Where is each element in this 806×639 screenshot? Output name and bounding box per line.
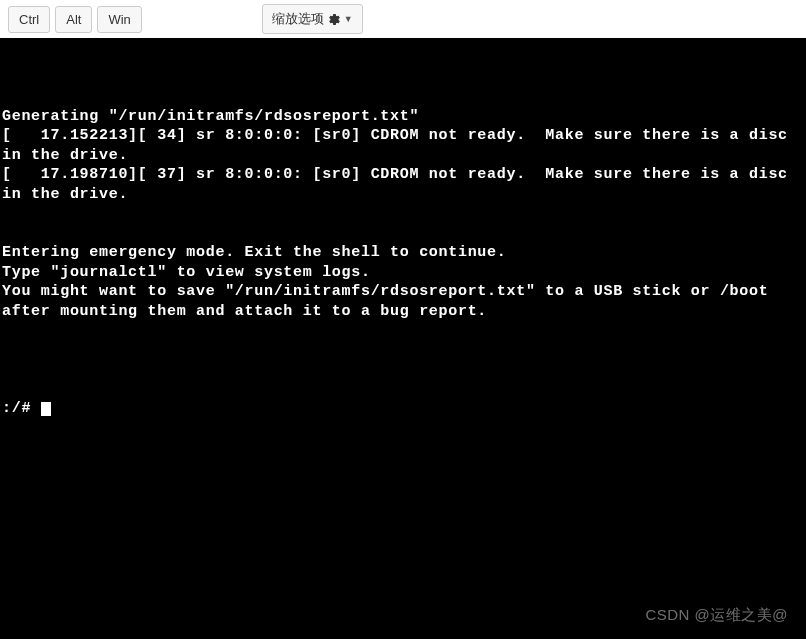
watermark: CSDN @运维之美@	[645, 605, 788, 625]
gear-icon	[328, 13, 341, 26]
terminal-line	[2, 87, 806, 107]
terminal-line: Type "journalctl" to view system logs.	[2, 263, 806, 283]
terminal-prompt: :/#	[2, 400, 41, 417]
chevron-down-icon: ▼	[344, 14, 353, 24]
terminal-prompt-line: :/#	[2, 399, 806, 419]
terminal-line	[2, 204, 806, 224]
win-button[interactable]: Win	[97, 6, 141, 33]
terminal-line: after mounting them and attach it to a b…	[2, 302, 806, 322]
zoom-label: 缩放选项	[272, 10, 324, 28]
zoom-options-dropdown[interactable]: 缩放选项 ▼	[262, 4, 363, 34]
terminal-cursor	[41, 402, 51, 416]
terminal-line: [ 17.198710][ 37] sr 8:0:0:0: [sr0] CDRO…	[2, 165, 806, 204]
terminal-line: Generating "/run/initramfs/rdsosreport.t…	[2, 107, 806, 127]
alt-button[interactable]: Alt	[55, 6, 92, 33]
terminal-line: [ 17.152213][ 34] sr 8:0:0:0: [sr0] CDRO…	[2, 126, 806, 165]
terminal-line: Entering emergency mode. Exit the shell …	[2, 243, 806, 263]
terminal-line	[2, 224, 806, 244]
terminal-console[interactable]: Generating "/run/initramfs/rdsosreport.t…	[0, 38, 806, 639]
terminal-line	[2, 321, 806, 341]
ctrl-button[interactable]: Ctrl	[8, 6, 50, 33]
vm-toolbar: Ctrl Alt Win 缩放选项 ▼	[0, 0, 806, 38]
terminal-line	[2, 341, 806, 361]
terminal-line: You might want to save "/run/initramfs/r…	[2, 282, 806, 302]
terminal-output: Generating "/run/initramfs/rdsosreport.t…	[2, 87, 806, 360]
